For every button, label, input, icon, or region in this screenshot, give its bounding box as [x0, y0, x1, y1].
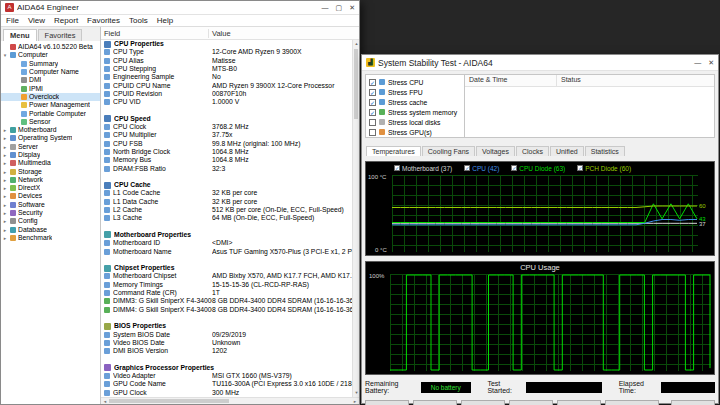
- legend-checkbox-motherboard-37[interactable]: ✓: [394, 165, 400, 171]
- field-row-memory-timings[interactable]: Memory Timings15-15-15-36 (CL-RCD-RP-RAS…: [101, 281, 352, 289]
- graph-tab-temperatures[interactable]: Temperatures: [366, 146, 421, 156]
- tree-item-storage[interactable]: ▸Storage: [1, 167, 100, 175]
- tree-item-software[interactable]: ▸Software: [1, 201, 100, 209]
- field-row-cpu-multiplier[interactable]: CPU Multiplier37.75x: [101, 131, 352, 139]
- tree-item-config[interactable]: ▸Config: [1, 217, 100, 225]
- horizontal-scroll-thumb[interactable]: [109, 399, 229, 403]
- stability-test-minimize-button[interactable]: —: [694, 59, 701, 67]
- checkbox-stress-local-disks[interactable]: [369, 119, 376, 126]
- stress-option-stress-fpu[interactable]: ✓Stress FPU: [366, 87, 464, 97]
- tree-item-portable-computer[interactable]: Portable Computer: [1, 109, 100, 117]
- stress-option-stress-cache[interactable]: ✓Stress cache: [366, 97, 464, 107]
- stability-test-titlebar[interactable]: ▟ System Stability Test - AIDA64 —✕: [362, 55, 718, 71]
- field-row-command-rate-cr[interactable]: Command Rate (CR)1T: [101, 289, 352, 297]
- field-row-dimm4-g-skill-sniperx-f4-3400c16-8gsxw[interactable]: DIMM4: G Skill SniperX F4-3400C16-8GSXW8…: [101, 306, 352, 314]
- tree-item-dmi[interactable]: DMI: [1, 76, 100, 84]
- scroll-up-arrow-icon[interactable]: ▲: [353, 40, 360, 48]
- legend-checkbox-pch-diode-60[interactable]: ✓: [577, 165, 583, 171]
- field-row-motherboard-id[interactable]: Motherboard ID<DMI>: [101, 239, 352, 247]
- field-row-cpu-fsb[interactable]: CPU FSB99.8 MHz (original: 100 MHz): [101, 140, 352, 148]
- graph-tab-cooling-fans[interactable]: Cooling Fans: [422, 146, 475, 156]
- scroll-down-arrow-icon[interactable]: ▼: [353, 389, 360, 397]
- menu-tools[interactable]: Tools: [129, 16, 148, 25]
- field-row-cpuid-revision[interactable]: CPUID Revision00870F10h: [101, 90, 352, 98]
- tree-item-motherboard[interactable]: ▸Motherboard: [1, 126, 100, 134]
- menu-favorites[interactable]: Favorites: [87, 16, 120, 25]
- field-row-gpu-clock[interactable]: GPU Clock300 MHz: [101, 388, 352, 396]
- tree-item-sensor[interactable]: Sensor: [1, 118, 100, 126]
- stress-option-stress-cpu[interactable]: ✓Stress CPU: [366, 77, 464, 87]
- nav-tab-favorites[interactable]: Favorites: [38, 29, 83, 41]
- tree-item-display[interactable]: ▸Display: [1, 151, 100, 159]
- tree-item-network[interactable]: ▸Network: [1, 176, 100, 184]
- field-row-l3-cache[interactable]: L3 Cache64 MB (On-Die, ECC, Full-Speed): [101, 214, 352, 222]
- save-button[interactable]: Save: [509, 400, 553, 405]
- aida64-maximize-button[interactable]: ▢: [336, 4, 343, 12]
- legend-checkbox-cpu-42[interactable]: ✓: [464, 165, 470, 171]
- field-row-cpu-alias[interactable]: CPU AliasMatisse: [101, 57, 352, 65]
- aida64-close-button[interactable]: ✕: [349, 4, 355, 12]
- field-row-cpuid-cpu-name[interactable]: CPUID CPU NameAMD Ryzen 9 3900X 12-Core …: [101, 81, 352, 89]
- graph-tab-clocks[interactable]: Clocks: [516, 146, 549, 156]
- tree-item-ipmi[interactable]: IPMI: [1, 84, 100, 92]
- tree-item-directx[interactable]: ▸DirectX: [1, 184, 100, 192]
- tree-item-multimedia[interactable]: ▸Multimedia: [1, 159, 100, 167]
- stress-option-stress-system-memory[interactable]: ✓Stress system memory: [366, 107, 464, 117]
- tree-item-operating-system[interactable]: ▸Operating System: [1, 134, 100, 142]
- column-header-value[interactable]: Value: [209, 29, 359, 38]
- vertical-scrollbar[interactable]: ▲ ▼: [352, 40, 359, 397]
- field-row-north-bridge-clock[interactable]: North Bridge Clock1064.8 MHz: [101, 148, 352, 156]
- field-row-dram-fsb-ratio[interactable]: DRAM:FSB Ratio32:3: [101, 164, 352, 172]
- log-column-datetime[interactable]: Date & Time: [465, 75, 557, 86]
- column-header-field[interactable]: Field: [101, 29, 209, 38]
- start-button[interactable]: Start: [365, 400, 409, 405]
- tree-item-overclock[interactable]: Overclock: [1, 93, 100, 101]
- clear-button[interactable]: Clear: [461, 400, 505, 405]
- field-row-cpu-type[interactable]: CPU Type12-Core AMD Ryzen 9 3900X: [101, 48, 352, 56]
- field-row-dimm3-g-skill-sniperx-f4-3400c16-8gsxw[interactable]: DIMM3: G Skill SniperX F4-3400C16-8GSXW8…: [101, 297, 352, 305]
- tree-item-summary[interactable]: Summary: [1, 60, 100, 68]
- field-row-motherboard-chipset[interactable]: Motherboard ChipsetAMD Bixby X570, AMD K…: [101, 272, 352, 280]
- checkbox-stress-fpu[interactable]: ✓: [369, 89, 376, 96]
- preferences-button[interactable]: Preferences: [605, 400, 659, 405]
- menu-report[interactable]: Report: [54, 16, 78, 25]
- scroll-right-arrow-icon[interactable]: ►: [351, 398, 359, 405]
- vertical-scroll-thumb[interactable]: [354, 49, 358, 119]
- help-button[interactable]: Help: [671, 400, 715, 405]
- field-row-engineering-sample[interactable]: Engineering SampleNo: [101, 73, 352, 81]
- field-row-memory-bus[interactable]: Memory Bus1064.8 MHz: [101, 156, 352, 164]
- field-row-system-bios-date[interactable]: System BIOS Date09/29/2019: [101, 330, 352, 338]
- field-row-motherboard-name[interactable]: Motherboard NameAsus TUF Gaming X570-Plu…: [101, 247, 352, 255]
- graph-tab-voltages[interactable]: Voltages: [476, 146, 515, 156]
- field-row-gpu-code-name[interactable]: GPU Code NameTU116-300A (PCI Express 3.0…: [101, 380, 352, 388]
- horizontal-scrollbar[interactable]: ◄ ►: [101, 397, 359, 404]
- field-row-cpu-clock[interactable]: CPU Clock3768.2 MHz: [101, 123, 352, 131]
- stability-test-close-button[interactable]: ✕: [708, 59, 714, 67]
- field-row-l2-cache[interactable]: L2 Cache512 KB per core (On-Die, ECC, Fu…: [101, 206, 352, 214]
- tree-item-aida64-v6-10-5220-beta[interactable]: AIDA64 v6.10.5220 Beta: [1, 43, 100, 51]
- checkbox-stress-gpu-s[interactable]: [369, 129, 376, 136]
- tree-item-security[interactable]: ▸Security: [1, 209, 100, 217]
- field-row-cpu-stepping[interactable]: CPU SteppingMTS-B0: [101, 65, 352, 73]
- tree-item-server[interactable]: ▸Server: [1, 143, 100, 151]
- field-row-video-adapter[interactable]: Video AdapterMSI GTX 1660 (MS-V379): [101, 372, 352, 380]
- tree-item-database[interactable]: ▸Database: [1, 226, 100, 234]
- menu-help[interactable]: Help: [157, 16, 173, 25]
- graph-tab-unified[interactable]: Unified: [550, 146, 584, 156]
- checkbox-stress-system-memory[interactable]: ✓: [369, 109, 376, 116]
- field-row-l1-data-cache[interactable]: L1 Data Cache32 KB per core: [101, 198, 352, 206]
- scroll-left-arrow-icon[interactable]: ◄: [101, 398, 109, 405]
- field-row-cpu-vid[interactable]: CPU VID1.0000 V: [101, 98, 352, 106]
- aida64-minimize-button[interactable]: —: [322, 4, 329, 12]
- field-row-dmi-bios-version[interactable]: DMI BIOS Version1202: [101, 347, 352, 355]
- graph-tab-statistics[interactable]: Statistics: [585, 146, 625, 156]
- tree-item-computer[interactable]: ▾Computer: [1, 51, 100, 59]
- menu-view[interactable]: View: [28, 16, 45, 25]
- tree-item-computer-name[interactable]: Computer Name: [1, 68, 100, 76]
- stress-option-stress-gpu-s[interactable]: Stress GPU(s): [366, 127, 464, 137]
- tree-item-power-management[interactable]: Power Management: [1, 101, 100, 109]
- checkbox-stress-cache[interactable]: ✓: [369, 99, 376, 106]
- cpuid-button[interactable]: CPUID: [557, 400, 601, 405]
- tree-item-devices[interactable]: ▸Devices: [1, 192, 100, 200]
- menu-file[interactable]: File: [6, 16, 19, 25]
